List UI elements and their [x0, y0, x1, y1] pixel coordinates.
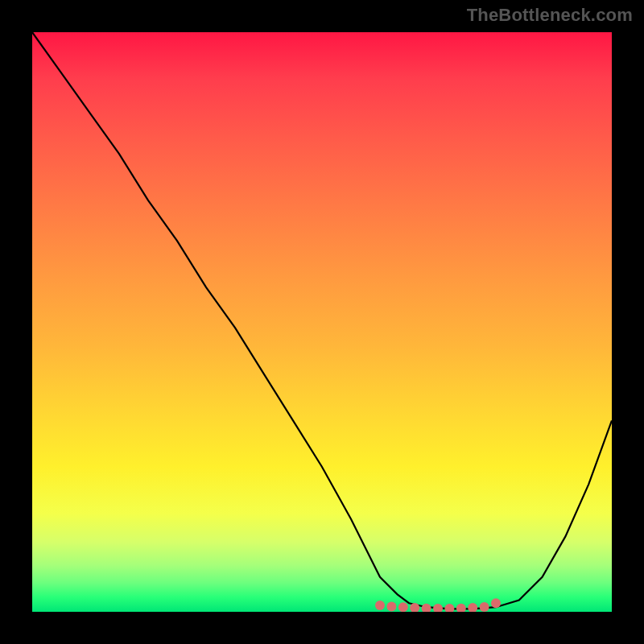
plot-area [32, 32, 612, 612]
marker-dot [456, 604, 466, 612]
marker-dot [398, 602, 408, 612]
marker-dot [480, 602, 489, 612]
minimum-markers [375, 598, 501, 612]
marker-dot [422, 604, 431, 612]
marker-dot [433, 604, 443, 612]
bottleneck-curve [32, 32, 612, 609]
marker-dot [375, 601, 385, 610]
chart-container: TheBottleneck.com [0, 0, 644, 644]
marker-dot [468, 603, 477, 612]
marker-dot [386, 602, 396, 612]
marker-dot [444, 604, 454, 612]
chart-svg [32, 32, 612, 612]
watermark-text: TheBottleneck.com [467, 5, 633, 26]
marker-dot [491, 598, 501, 608]
